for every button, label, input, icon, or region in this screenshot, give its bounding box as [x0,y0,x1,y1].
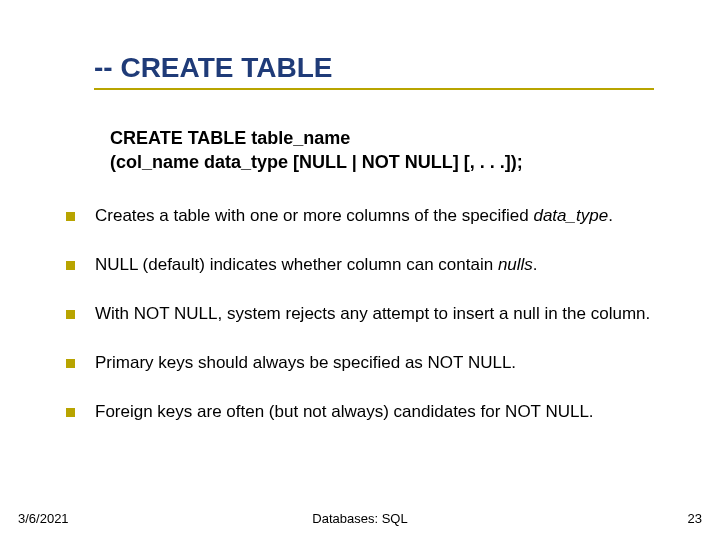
bullet-pre: Creates a table with one or more columns… [95,206,533,225]
bullet-pre: Foreign keys are often (but not always) … [95,402,594,421]
list-item: Primary keys should always be specified … [66,352,676,374]
bullet-post: . [533,255,538,274]
syntax-line-1: CREATE TABLE table_name [110,126,660,150]
syntax-block: CREATE TABLE table_name (col_name data_t… [110,126,660,175]
bullet-pre: Primary keys should always be specified … [95,353,516,372]
bullet-italic: data_type [533,206,608,225]
bullet-pre: NULL (default) indicates whether column … [95,255,498,274]
bullet-icon [66,212,75,221]
bullet-icon [66,310,75,319]
bullet-text: With NOT NULL, system rejects any attemp… [95,303,676,325]
slide-title: -- CREATE TABLE [94,52,680,84]
bullet-pre: With NOT NULL, system rejects any attemp… [95,304,650,323]
list-item: Foreign keys are often (but not always) … [66,401,676,423]
list-item: Creates a table with one or more columns… [66,205,676,227]
syntax-line-2: (col_name data_type [NULL | NOT NULL] [,… [110,150,660,174]
bullet-text: Foreign keys are often (but not always) … [95,401,676,423]
bullet-text: Primary keys should always be specified … [95,352,676,374]
bullet-icon [66,359,75,368]
bullet-icon [66,408,75,417]
list-item: With NOT NULL, system rejects any attemp… [66,303,676,325]
bullet-text: Creates a table with one or more columns… [95,205,676,227]
footer-center: Databases: SQL [0,511,720,526]
footer-page-number: 23 [688,511,702,526]
title-block: -- CREATE TABLE [94,52,680,90]
title-underline [94,88,654,90]
bullet-list: Creates a table with one or more columns… [66,205,676,450]
bullet-post: . [608,206,613,225]
bullet-italic: nulls [498,255,533,274]
slide: -- CREATE TABLE CREATE TABLE table_name … [0,0,720,540]
list-item: NULL (default) indicates whether column … [66,254,676,276]
bullet-text: NULL (default) indicates whether column … [95,254,676,276]
bullet-icon [66,261,75,270]
